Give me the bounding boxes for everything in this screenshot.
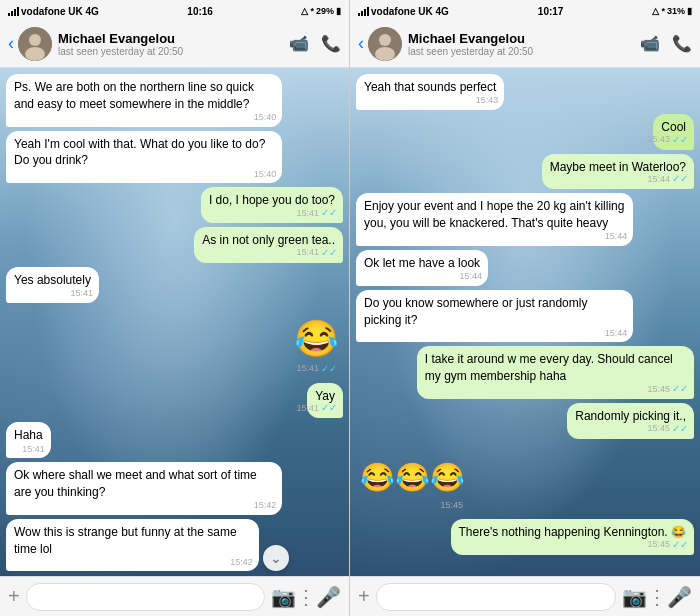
contact-info-right: Michael Evangelou last seen yesterday at… [408,31,640,57]
contact-name-left: Michael Evangelou [58,31,289,46]
bubble-m4: As in not only green tea.. 15:41✓✓ [194,227,343,263]
mic-icon-right[interactable]: 🎤 [667,585,692,609]
mic-icon-left[interactable]: 🎤 [316,585,341,609]
bubble-emoji-m6: 😂 [294,318,339,359]
time-s3: 15:44✓✓ [647,172,688,186]
carrier-left: vodafone UK 4G [21,6,99,17]
wifi-icon: * [310,6,314,16]
bubble-text-m10: Wow this is strange but funny at the sam… [14,525,237,556]
time-s8: 15:45✓✓ [647,422,688,436]
message-wrapper: Randomly picking it., 15:45✓✓ [356,403,694,439]
bubble-s6: Do you know somewhere or just randomly p… [356,290,633,343]
bubble-s5: Ok let me have a look 15:44 [356,250,488,286]
message-wrapper: I do, I hope you do too? 15:41✓✓ [6,187,343,223]
message-wrapper: Yeah that sounds perfect 15:43 [356,74,694,110]
message-wrapper: 😂😂😂 15:45 [356,443,694,515]
contact-status-left: last seen yesterday at 20:50 [58,46,289,57]
message-wrapper: Maybe meet in Waterloo? 15:44✓✓ [356,154,694,190]
time-m10: 15:42 [230,556,253,569]
video-call-icon-right[interactable]: 📹 [640,34,660,53]
bubble-s3: Maybe meet in Waterloo? 15:44✓✓ [542,154,694,190]
bubble-m10: Wow this is strange but funny at the sam… [6,519,259,572]
ticks-s3: ✓✓ [672,172,688,186]
ticks-s2: ✓✓ [672,133,688,147]
scroll-down-button[interactable]: ⌄ [263,545,289,571]
bubble-m1: Ps. We are both on the northern line so … [6,74,282,127]
bubble-emoji-s9: 😂😂😂 [360,462,465,493]
video-call-icon-left[interactable]: 📹 [289,34,309,53]
battery-left: △ * 29% ▮ [301,6,341,16]
signal-icon-right [358,6,369,16]
message-wrapper: I take it around w me every day. Should … [356,346,694,399]
bubble-m7: Yay 15:41✓✓ [307,383,343,419]
bubble-text-s6: Do you know somewhere or just randomly p… [364,296,587,327]
bubble-m5: Yes absolutely 15:41 [6,267,99,303]
battery-icon-left: 29% [316,6,334,16]
status-right-left: vodafone UK 4G [358,6,449,17]
bubble-s7: I take it around w me every day. Should … [417,346,694,399]
message-wrapper: 😂 15:41✓✓ [6,307,343,379]
time-m3: 15:41✓✓ [296,206,337,220]
ellipsis-icon-left[interactable]: ⋮ [296,585,316,609]
back-button-left[interactable]: ‹ [8,33,14,54]
battery-icon-right: 31% [667,6,685,16]
time-m1: 15:40 [254,111,277,124]
avatar-left [18,27,52,61]
header-icons-right: 📹 📞 [640,34,692,53]
message-wrapper: There's nothing happening Kennington. 😂 … [356,519,694,555]
bubble-text-s1: Yeah that sounds perfect [364,80,496,94]
camera-icon-right[interactable]: 📷 [622,585,647,609]
bluetooth-icon-right: △ [652,6,659,16]
plus-icon-left[interactable]: + [8,585,20,608]
bubble-m6: 😂 15:41✓✓ [290,307,343,379]
time-s1: 15:43 [476,94,499,107]
bubble-s8: Randomly picking it., 15:45✓✓ [567,403,694,439]
time-m5: 15:41 [70,287,93,300]
voice-call-icon-left[interactable]: 📞 [321,34,341,53]
screen-right: vodafone UK 4G 10:17 △ * 31% ▮ ‹ Michael… [350,0,700,616]
header-icons-left: 📹 📞 [289,34,341,53]
battery-shape-left: ▮ [336,6,341,16]
avatar-right [368,27,402,61]
bubble-s4: Enjoy your event and I hope the 20 kg ai… [356,193,633,246]
time-s6: 15:44 [605,327,628,340]
message-input-left[interactable] [26,583,265,611]
plus-icon-right[interactable]: + [358,585,370,608]
back-button-right[interactable]: ‹ [358,33,364,54]
bubble-s1: Yeah that sounds perfect 15:43 [356,74,504,110]
bubble-s9: 😂😂😂 15:45 [356,443,469,515]
battery-shape-right: ▮ [687,6,692,16]
voice-call-icon-right[interactable]: 📞 [672,34,692,53]
bubble-text-m8: Haha [14,428,43,442]
svg-point-2 [25,47,45,61]
message-input-right[interactable] [376,583,616,611]
ellipsis-icon-right[interactable]: ⋮ [647,585,667,609]
chat-messages-left: Ps. We are both on the northern line so … [0,68,349,576]
ticks-s10: ✓✓ [672,538,688,552]
time-s7: 15:45✓✓ [647,382,688,396]
svg-point-4 [379,34,391,46]
camera-icon-left[interactable]: 📷 [271,585,296,609]
battery-right: △ * 31% ▮ [652,6,692,16]
carrier-right: vodafone UK 4G [371,6,449,17]
message-wrapper: Ok where shall we meet and what sort of … [6,462,343,515]
time-s9: 15:45 [440,499,463,512]
bubble-m3: I do, I hope you do too? 15:41✓✓ [201,187,343,223]
ticks-m6: ✓✓ [321,362,337,376]
bottom-bar-right: + 📷 ⋮ 🎤 [350,576,700,616]
message-wrapper: Enjoy your event and I hope the 20 kg ai… [356,193,694,246]
bubble-text-m9: Ok where shall we meet and what sort of … [14,468,257,499]
contact-name-right: Michael Evangelou [408,31,640,46]
ticks-m3: ✓✓ [321,206,337,220]
chat-header-right: ‹ Michael Evangelou last seen yesterday … [350,20,700,68]
status-bar-right: vodafone UK 4G 10:17 △ * 31% ▮ [350,0,700,20]
chat-messages-right: Yeah that sounds perfect 15:43 Cool 15:4… [350,68,700,576]
message-wrapper: As in not only green tea.. 15:41✓✓ [6,227,343,263]
time-m6: 15:41✓✓ [296,362,337,376]
bottom-bar-left: + 📷 ⋮ 🎤 [0,576,349,616]
bubble-m9: Ok where shall we meet and what sort of … [6,462,282,515]
time-m2: 15:40 [254,168,277,181]
status-left: vodafone UK 4G [8,6,99,17]
time-m9: 15:42 [254,499,277,512]
message-wrapper: Yeah I'm cool with that. What do you lik… [6,131,343,184]
